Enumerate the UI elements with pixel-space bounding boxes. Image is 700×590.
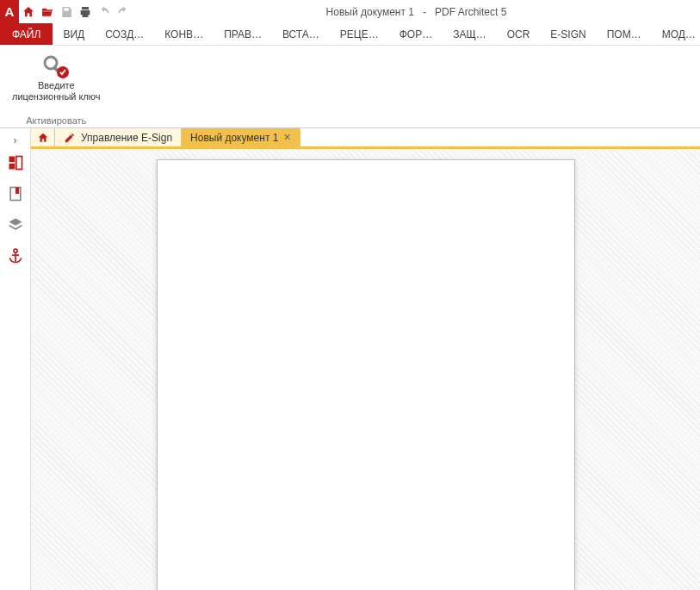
tab-edit[interactable]: ПРАВ… (214, 23, 272, 45)
layers-icon[interactable] (2, 211, 29, 239)
app-logo[interactable]: A (0, 0, 19, 23)
sidebar-expand-icon[interactable]: › (2, 132, 29, 149)
ribbon-group-title: Активировать (26, 115, 86, 126)
ribbon-group-activate: Введите лицензионный ключ Активировать (0, 46, 113, 127)
save-icon[interactable] (57, 0, 76, 23)
ribbon-tabs: ФАЙЛ ВИД СОЗД… КОНВ… ПРАВ… ВСТА… РЕЦЕ… Ф… (0, 23, 700, 46)
document-tabs: Управление E-Sign Новый документ 1 ✕ (31, 128, 700, 149)
close-icon[interactable]: ✕ (283, 132, 291, 143)
bookmarks-icon[interactable] (2, 180, 29, 208)
document-page[interactable] (157, 159, 575, 590)
tab-esign[interactable]: E-SIGN (540, 23, 596, 45)
undo-icon[interactable] (95, 0, 114, 23)
tab-convert[interactable]: КОНВ… (154, 23, 214, 45)
thumbnails-icon[interactable] (2, 149, 29, 177)
svg-rect-3 (9, 157, 15, 163)
document-area: Управление E-Sign Новый документ 1 ✕ (31, 128, 700, 590)
svg-rect-5 (15, 157, 22, 170)
window-title: Новый документ 1 - PDF Architect 5 (133, 6, 700, 18)
tab-modules[interactable]: МОД… (652, 23, 700, 45)
anchor-icon[interactable] (2, 242, 29, 270)
license-key-label: Введите лицензионный ключ (12, 80, 101, 102)
tab-create[interactable]: СОЗД… (95, 23, 154, 45)
doctab-home-icon[interactable] (31, 128, 55, 146)
svg-rect-7 (15, 188, 19, 195)
home-icon[interactable] (19, 0, 38, 23)
redo-icon[interactable] (114, 0, 133, 23)
ribbon-panel: Введите лицензионный ключ Активировать (0, 46, 700, 128)
app-name: PDF Architect 5 (435, 6, 506, 18)
svg-point-8 (13, 249, 16, 252)
left-sidebar: › (0, 128, 31, 590)
doctab-active-label: Новый документ 1 (190, 132, 278, 144)
document-viewport[interactable] (31, 149, 700, 590)
tab-ocr[interactable]: OCR (497, 23, 541, 45)
title-separator: - (423, 6, 426, 18)
tab-file[interactable]: ФАЙЛ (0, 23, 53, 45)
quick-access-toolbar: A (0, 0, 133, 23)
enter-license-key-button[interactable]: Введите лицензионный ключ (9, 49, 104, 104)
tab-view[interactable]: ВИД (53, 23, 95, 45)
doctab-esign[interactable]: Управление E-Sign (55, 128, 182, 146)
tab-protect[interactable]: ЗАЩ… (443, 23, 497, 45)
workspace: › Управление E-Sign Новый докум (0, 128, 700, 590)
pencil-icon (64, 132, 76, 144)
print-icon[interactable] (76, 0, 95, 23)
key-icon (39, 51, 73, 80)
doctab-active[interactable]: Новый документ 1 ✕ (182, 128, 300, 146)
title-bar: A Новый документ 1 - PDF Architect 5 (0, 0, 700, 23)
doctab-esign-label: Управление E-Sign (81, 132, 172, 144)
svg-rect-4 (9, 164, 15, 170)
tab-forms[interactable]: ФОР… (389, 23, 443, 45)
tab-help[interactable]: ПОМ… (597, 23, 652, 45)
tab-review[interactable]: РЕЦЕ… (330, 23, 389, 45)
tab-insert[interactable]: ВСТА… (272, 23, 330, 45)
document-name: Новый документ 1 (326, 6, 414, 18)
open-icon[interactable] (38, 0, 57, 23)
